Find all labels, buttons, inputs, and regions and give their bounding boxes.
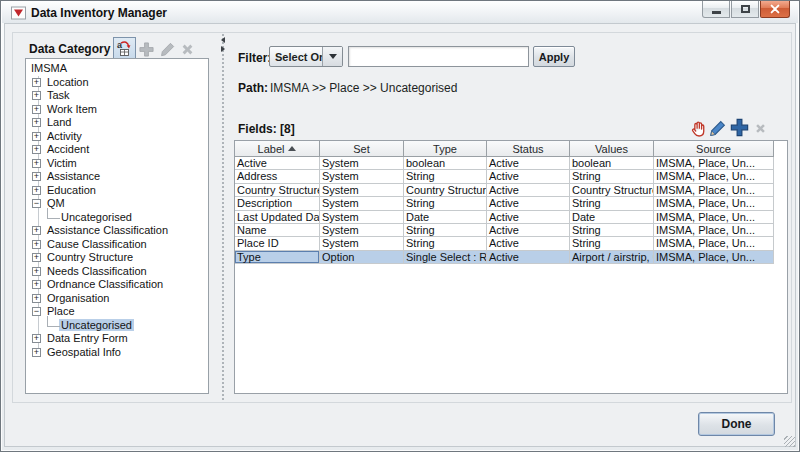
tree-item-land[interactable]: +Land bbox=[28, 116, 208, 130]
table-cell: Date bbox=[570, 211, 654, 224]
tree-item-accident[interactable]: +Accident bbox=[28, 143, 208, 157]
collapse-icon[interactable]: − bbox=[32, 199, 41, 208]
table-row[interactable]: Last Updated DateSystemDateActiveDateIMS… bbox=[235, 211, 787, 224]
column-header-set[interactable]: Set bbox=[320, 141, 404, 157]
expand-icon[interactable]: + bbox=[32, 253, 41, 262]
column-header-values[interactable]: Values bbox=[570, 141, 654, 157]
expand-icon[interactable]: + bbox=[32, 186, 41, 195]
expand-icon[interactable]: + bbox=[32, 145, 41, 154]
tree-item-uncategorised[interactable]: Uncategorised bbox=[28, 211, 208, 225]
maximize-button[interactable] bbox=[731, 1, 759, 18]
edit-icon[interactable] bbox=[159, 41, 176, 58]
expand-icon[interactable]: + bbox=[32, 91, 41, 100]
collapse-icon[interactable]: − bbox=[32, 307, 41, 316]
table-row[interactable]: DescriptionSystemStringActiveStringIMSMA… bbox=[235, 197, 787, 210]
tree-item-education[interactable]: +Education bbox=[28, 184, 208, 198]
tree-item-work-item[interactable]: +Work Item bbox=[28, 103, 208, 117]
expand-icon[interactable]: + bbox=[32, 132, 41, 141]
collapse-left-icon[interactable] bbox=[221, 37, 225, 43]
filter-combobox-value: Select One bbox=[270, 47, 322, 66]
tree-item-geospatial-info[interactable]: +Geospatial Info bbox=[28, 346, 208, 360]
add-icon[interactable] bbox=[138, 41, 155, 58]
tree-item-data-entry-form[interactable]: +Data Entry Form bbox=[28, 332, 208, 346]
close-button[interactable] bbox=[760, 1, 790, 18]
minimize-button[interactable] bbox=[702, 1, 730, 18]
table-cell: Airport / airstrip, C... bbox=[570, 251, 654, 264]
delete-icon[interactable] bbox=[753, 121, 768, 136]
table-cell: System bbox=[320, 224, 404, 237]
expand-icon[interactable]: + bbox=[32, 159, 41, 168]
table-row[interactable]: TypeOptionSingle Select : Ra...ActiveAir… bbox=[235, 251, 787, 264]
expand-icon[interactable]: + bbox=[32, 280, 41, 289]
table-row[interactable]: NameSystemStringActiveStringIMSMA, Place… bbox=[235, 224, 787, 237]
expand-icon[interactable]: + bbox=[32, 118, 41, 127]
tree-item-victim[interactable]: +Victim bbox=[28, 157, 208, 171]
tree-item-ordnance-classification[interactable]: +Ordnance Classification bbox=[28, 278, 208, 292]
column-header-source[interactable]: Source bbox=[654, 141, 774, 157]
window-controls bbox=[702, 1, 790, 18]
expand-icon[interactable]: + bbox=[32, 240, 41, 249]
column-header-label: Status bbox=[512, 143, 543, 155]
filter-combobox[interactable]: Select One bbox=[269, 46, 343, 67]
assign-category-button[interactable]: a bbox=[113, 37, 136, 59]
table-cell: IMSMA, Place, Un... bbox=[654, 251, 774, 264]
resize-grip[interactable] bbox=[784, 436, 795, 447]
expand-icon[interactable]: + bbox=[32, 267, 41, 276]
table-cell: System bbox=[320, 157, 404, 170]
table-row[interactable]: Place IDSystemStringActiveStringIMSMA, P… bbox=[235, 237, 787, 250]
table-cell: IMSMA, Place, Un... bbox=[654, 170, 774, 183]
tree-item-activity[interactable]: +Activity bbox=[28, 130, 208, 144]
table-cell: System bbox=[320, 170, 404, 183]
table-header: LabelSetTypeStatusValuesSource bbox=[235, 141, 787, 157]
tree-item-label: Task bbox=[47, 89, 70, 101]
data-inventory-manager-window: Data Inventory Manager Data Category a I… bbox=[0, 0, 800, 452]
column-header-label: Values bbox=[595, 143, 628, 155]
tree-item-assistance-classification[interactable]: +Assistance Classification bbox=[28, 224, 208, 238]
path-label: Path: bbox=[238, 81, 268, 95]
combobox-dropdown-button[interactable] bbox=[322, 47, 342, 66]
expand-icon[interactable]: + bbox=[32, 172, 41, 181]
table-row[interactable]: Country StructureSystemCountry Structure… bbox=[235, 184, 787, 197]
table-row[interactable]: AddressSystemStringActiveStringIMSMA, Pl… bbox=[235, 170, 787, 183]
expand-icon[interactable]: + bbox=[32, 105, 41, 114]
table-cell: Active bbox=[487, 184, 570, 197]
svg-text:a: a bbox=[117, 40, 123, 50]
column-header-label[interactable]: Label bbox=[235, 141, 320, 157]
tree-item-location[interactable]: +Location bbox=[28, 76, 208, 90]
apply-button[interactable]: Apply bbox=[533, 46, 575, 67]
table-cell: boolean bbox=[570, 157, 654, 170]
deactivate-hand-icon[interactable] bbox=[689, 120, 707, 139]
tree-item-country-structure[interactable]: +Country Structure bbox=[28, 251, 208, 265]
tree-item-label: IMSMA bbox=[31, 62, 67, 74]
tree-item-label: Work Item bbox=[47, 103, 97, 115]
expand-icon[interactable]: + bbox=[32, 334, 41, 343]
tree-item-imsma[interactable]: IMSMA bbox=[28, 62, 208, 76]
filter-input[interactable] bbox=[348, 46, 529, 67]
delete-icon[interactable] bbox=[179, 41, 196, 58]
add-icon[interactable] bbox=[729, 117, 750, 138]
table-cell: Country Structure bbox=[570, 184, 654, 197]
filter-label: Filter: bbox=[238, 51, 271, 65]
tree-item-assistance[interactable]: +Assistance bbox=[28, 170, 208, 184]
expand-icon[interactable]: + bbox=[32, 78, 41, 87]
splitter[interactable] bbox=[219, 33, 228, 401]
tree-item-label: Country Structure bbox=[47, 251, 133, 263]
column-header-status[interactable]: Status bbox=[487, 141, 570, 157]
category-tree: IMSMA+Location+Task+Work Item+Land+Activ… bbox=[28, 62, 208, 359]
edit-icon[interactable] bbox=[708, 119, 727, 138]
expand-icon[interactable]: + bbox=[32, 226, 41, 235]
tree-item-needs-classification[interactable]: +Needs Classification bbox=[28, 265, 208, 279]
tree-item-label: Accident bbox=[47, 143, 89, 155]
done-button[interactable]: Done bbox=[698, 412, 775, 436]
column-header-type[interactable]: Type bbox=[404, 141, 487, 157]
tree-item-uncategorised[interactable]: Uncategorised bbox=[28, 319, 208, 333]
tree-item-organisation[interactable]: +Organisation bbox=[28, 292, 208, 306]
expand-icon[interactable]: + bbox=[32, 348, 41, 357]
chevron-down-icon bbox=[329, 54, 337, 59]
tree-item-cause-classification[interactable]: +Cause Classification bbox=[28, 238, 208, 252]
title-bar[interactable]: Data Inventory Manager bbox=[2, 2, 798, 23]
table-row[interactable]: ActiveSystembooleanActivebooleanIMSMA, P… bbox=[235, 157, 787, 170]
expand-icon[interactable]: + bbox=[32, 294, 41, 303]
expand-right-icon[interactable] bbox=[221, 46, 225, 52]
tree-item-task[interactable]: +Task bbox=[28, 89, 208, 103]
